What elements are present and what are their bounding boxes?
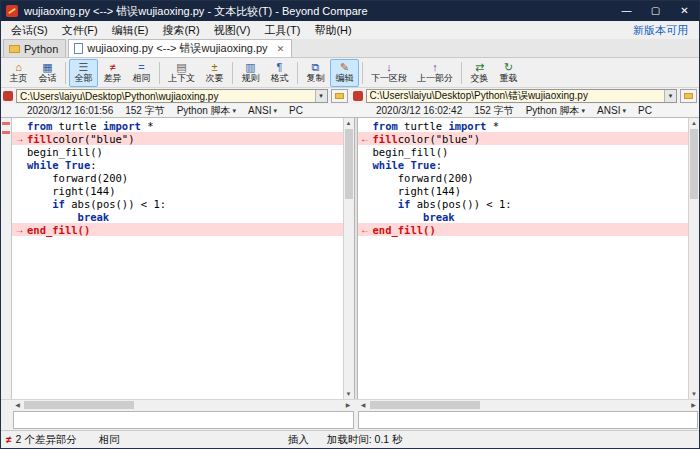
code-text: while True: <box>27 159 97 171</box>
scroll-right-icon[interactable]: ▶ <box>688 400 699 410</box>
toolbar-button-17[interactable]: ↑上一部分 <box>412 59 458 87</box>
right-code[interactable]: from turtle import *←fillcolor("blue")be… <box>358 118 689 399</box>
left-hscroll-track[interactable] <box>23 400 343 410</box>
code-text: fillcolor("blue") <box>373 133 480 145</box>
code-line[interactable]: →end_fill() <box>12 223 343 236</box>
toolbar-button-10[interactable]: ▥规则 <box>236 59 265 87</box>
left-vertical-scrollbar[interactable]: ▲ ▼ <box>343 118 354 399</box>
code-line[interactable]: right(144) <box>358 184 689 197</box>
left-path-dropdown-icon[interactable]: ▾ <box>315 90 327 102</box>
toolbar-icon-5: = <box>138 61 144 73</box>
code-line[interactable]: if abs(pos()) < 1: <box>12 197 343 210</box>
toolbar-button-3[interactable]: ☰全部 <box>69 59 98 87</box>
menu-item-1[interactable]: 文件(F) <box>55 23 105 38</box>
left-vscroll-track[interactable] <box>344 128 354 389</box>
code-line[interactable]: →fillcolor("blue") <box>12 132 343 145</box>
left-path-combobox[interactable]: C:\Users\laiyu\Desktop\Python\wujiaoxing… <box>16 89 328 103</box>
menu-item-6[interactable]: 帮助(H) <box>307 23 358 38</box>
code-line[interactable]: begin_fill() <box>12 145 343 158</box>
toolbar-button-7[interactable]: ▤上下文 <box>163 59 200 87</box>
right-line-detail-pane[interactable] <box>358 411 699 429</box>
file-info-row: 2020/3/12 16:01:56 152 字节 Python 脚本▾ ANS… <box>1 104 699 118</box>
code-text: begin_fill() <box>27 146 103 158</box>
toolbar-button-1[interactable]: ▦会话 <box>33 59 62 87</box>
code-line[interactable]: break <box>12 210 343 223</box>
left-vscroll-thumb[interactable] <box>345 129 353 199</box>
menu-item-5[interactable]: 工具(T) <box>257 23 307 38</box>
right-browse-button[interactable] <box>680 89 697 103</box>
toolbar-button-11[interactable]: ¶格式 <box>265 59 294 87</box>
toolbar-separator <box>232 62 233 84</box>
left-browse-button[interactable] <box>331 89 348 103</box>
left-encoding-dropdown[interactable]: ANSI▾ <box>248 105 277 116</box>
code-line[interactable]: while True: <box>358 158 689 171</box>
scroll-down-icon[interactable]: ▼ <box>689 389 699 399</box>
menu-item-2[interactable]: 编辑(E) <box>105 23 156 38</box>
code-line[interactable]: ←fillcolor("blue") <box>358 132 689 145</box>
scroll-left-icon[interactable]: ◀ <box>12 400 23 410</box>
compare-area: from turtle import *→fillcolor("blue")be… <box>1 118 699 399</box>
scroll-left-icon[interactable]: ◀ <box>358 400 369 410</box>
code-line[interactable]: from turtle import * <box>358 119 689 132</box>
toolbar-label: 相同 <box>133 73 151 84</box>
scroll-up-icon[interactable]: ▲ <box>344 118 354 128</box>
toolbar-label: 复制 <box>307 73 325 84</box>
maximize-button[interactable]: ▢ <box>641 1 670 21</box>
toolbar-separator <box>65 62 66 84</box>
code-line[interactable]: while True: <box>12 158 343 171</box>
right-format-dropdown[interactable]: Python 脚本▾ <box>526 104 585 117</box>
menu-item-0[interactable]: 会话(S) <box>4 23 55 38</box>
update-link[interactable]: 新版本可用 <box>633 23 688 38</box>
scroll-down-icon[interactable]: ▼ <box>344 389 354 399</box>
tab-close-icon[interactable]: ✕ <box>277 44 285 54</box>
toolbar-button-13[interactable]: ⧉复制 <box>301 59 330 87</box>
right-vscroll-track[interactable] <box>689 128 699 389</box>
code-line[interactable]: forward(200) <box>358 171 689 184</box>
code-line[interactable]: begin_fill() <box>358 145 689 158</box>
right-vertical-scrollbar[interactable]: ▲ ▼ <box>688 118 699 399</box>
copy-section-arrow-icon[interactable]: → <box>12 223 27 236</box>
left-line-detail-pane[interactable] <box>13 411 354 429</box>
code-line[interactable]: forward(200) <box>12 171 343 184</box>
code-line[interactable]: ←end_fill() <box>358 223 689 236</box>
right-path-dropdown-icon[interactable]: ▾ <box>664 90 676 102</box>
copy-section-arrow-icon[interactable]: ← <box>358 132 373 145</box>
scroll-up-icon[interactable]: ▲ <box>689 118 699 128</box>
toolbar-button-20[interactable]: ↻重载 <box>494 59 523 87</box>
toolbar-button-19[interactable]: ⇄交换 <box>465 59 494 87</box>
code-line[interactable]: from turtle import * <box>12 119 343 132</box>
scroll-right-icon[interactable]: ▶ <box>343 400 354 410</box>
toolbar-label: 格式 <box>271 73 289 84</box>
left-horizontal-scrollbar[interactable]: ◀ ▶ <box>12 400 354 410</box>
diff-map-tick <box>2 131 10 134</box>
diff-overview-map[interactable] <box>1 118 12 399</box>
toolbar-button-4[interactable]: ≠差异 <box>98 59 127 87</box>
right-vscroll-thumb[interactable] <box>690 129 698 199</box>
left-hscroll-thumb[interactable] <box>24 401 134 409</box>
toolbar-icon-10: ▥ <box>245 61 255 73</box>
close-button[interactable]: ✕ <box>670 1 699 21</box>
right-path-combobox[interactable]: C:\Users\laiyu\Desktop\Python\错误wujiaoxi… <box>366 89 678 103</box>
code-line[interactable]: if abs(pos()) < 1: <box>358 197 689 210</box>
code-line[interactable]: right(144) <box>12 184 343 197</box>
copy-section-arrow-icon[interactable]: → <box>12 132 27 145</box>
menu-item-4[interactable]: 视图(V) <box>207 23 258 38</box>
left-code[interactable]: from turtle import *→fillcolor("blue")be… <box>12 118 343 399</box>
toolbar-button-0[interactable]: ⌂主页 <box>4 59 33 87</box>
toolbar-button-8[interactable]: ±次要 <box>200 59 229 87</box>
right-encoding-dropdown[interactable]: ANSI▾ <box>597 105 626 116</box>
minimize-button[interactable]: — <box>612 1 641 21</box>
menu-item-3[interactable]: 搜索(R) <box>155 23 206 38</box>
toolbar-button-16[interactable]: ↓下一区段 <box>366 59 412 87</box>
right-hscroll-track[interactable] <box>369 400 689 410</box>
copy-section-arrow-icon[interactable]: ← <box>358 223 373 236</box>
right-hscroll-thumb[interactable] <box>370 401 480 409</box>
toolbar-button-14[interactable]: ✎编辑 <box>330 59 359 87</box>
left-format-dropdown[interactable]: Python 脚本▾ <box>177 104 236 117</box>
tab-1[interactable]: wujiaoxing.py <--> 错误wujiaoxing.py✕ <box>68 39 292 57</box>
tab-0[interactable]: Python <box>3 39 66 57</box>
toolbar-button-5[interactable]: =相同 <box>127 59 156 87</box>
toolbar-icon-4: ≠ <box>109 61 115 73</box>
right-horizontal-scrollbar[interactable]: ◀ ▶ <box>358 400 700 410</box>
code-line[interactable]: break <box>358 210 689 223</box>
